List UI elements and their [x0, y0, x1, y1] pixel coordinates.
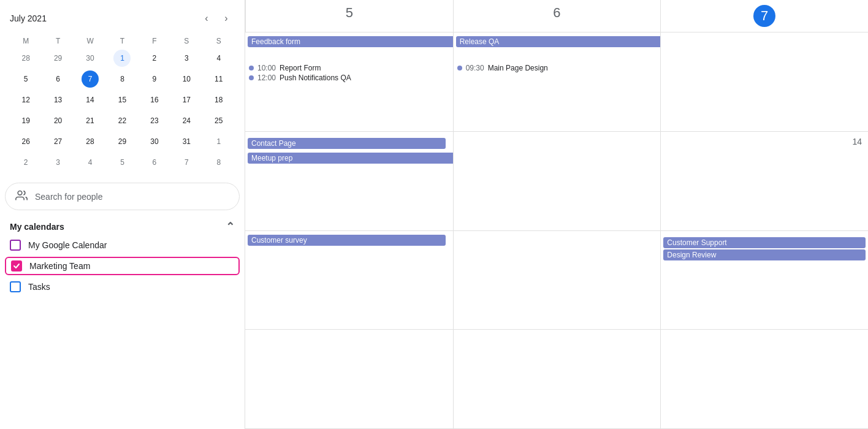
day-cell-14: 14: [660, 132, 868, 230]
mini-cal-day-22[interactable]: 22: [113, 112, 131, 129]
day-cell-12: Contact Page Meetup prep: [245, 132, 453, 230]
event-report-form[interactable]: 10:00 Report Form: [248, 63, 451, 73]
event-time-1: 10:00: [257, 64, 276, 72]
day-cell-28: [660, 330, 868, 428]
calendar-name-tasks: Tasks: [28, 282, 50, 292]
mini-cal-grid: M T W T F S S 28293012345678910111213141…: [10, 34, 235, 173]
mini-cal-day-4[interactable]: 4: [210, 50, 227, 67]
event-meetup-prep[interactable]: Meetup prep: [248, 153, 453, 164]
mini-cal-day-3[interactable]: 3: [50, 154, 67, 171]
day-cell-5-row1: Feedback form 10:00 Report Form 12:00 Pu…: [245, 32, 453, 131]
mini-cal-day-7[interactable]: 7: [82, 70, 99, 88]
mini-cal-day-30[interactable]: 30: [146, 133, 163, 150]
mini-cal-day-3[interactable]: 3: [178, 50, 195, 67]
mini-calendar: July 2021 ‹ › M T W T F S S 282930123456…: [5, 10, 240, 173]
calendar-item-tasks[interactable]: Tasks: [5, 278, 240, 296]
mini-cal-day-20[interactable]: 20: [50, 112, 67, 129]
day-cell-20: [453, 231, 661, 330]
calendar-item-marketing[interactable]: Marketing Team: [5, 257, 240, 275]
section-title: My calendars ⌃: [5, 220, 240, 233]
event-release-qa[interactable]: Release QA: [456, 36, 661, 47]
sidebar: July 2021 ‹ › M T W T F S S 282930123456…: [0, 0, 245, 429]
mini-cal-day-2[interactable]: 2: [17, 154, 34, 171]
mini-cal-day-14[interactable]: 14: [82, 91, 99, 108]
mini-cal-day-11[interactable]: 11: [210, 70, 227, 88]
event-dot-icon2: [249, 75, 254, 80]
event-customer-survey[interactable]: Customer survey: [248, 235, 446, 246]
mini-cal-day-1[interactable]: 1: [113, 50, 131, 67]
mini-cal-day-29[interactable]: 29: [113, 133, 131, 150]
calendar-body: Feedback form 10:00 Report Form 12:00 Pu…: [245, 32, 868, 429]
next-month-button[interactable]: ›: [218, 10, 235, 27]
mini-cal-day-6[interactable]: 6: [50, 70, 67, 88]
mini-cal-day-5[interactable]: 5: [113, 154, 131, 171]
mini-cal-day-2[interactable]: 2: [146, 50, 163, 67]
day-header-f: F: [139, 34, 170, 48]
day-header-w: W: [74, 34, 106, 48]
event-time-2: 12:00: [257, 74, 276, 82]
event-contact-page[interactable]: Contact Page: [248, 138, 446, 149]
event-dot-icon3: [457, 66, 462, 70]
mini-cal-day-18[interactable]: 18: [210, 91, 227, 108]
day-header-m: M: [10, 34, 42, 48]
mini-cal-day-15[interactable]: 15: [113, 91, 131, 108]
mini-cal-day-7[interactable]: 7: [178, 154, 195, 171]
event-name-main-page: Main Page Design: [488, 64, 548, 72]
week-row-3: Customer survey Customer Support Design …: [245, 231, 868, 330]
mini-cal-day-27[interactable]: 27: [50, 133, 67, 150]
day-cell-21: Customer Support Design Review: [660, 231, 868, 330]
svg-point-0: [18, 191, 22, 196]
mini-cal-day-21[interactable]: 21: [82, 112, 99, 129]
mini-cal-day-8[interactable]: 8: [113, 70, 131, 88]
header-day-6: 6: [453, 0, 661, 32]
day-cell-19: Customer survey: [245, 231, 453, 330]
calendar-checkbox-marketing[interactable]: [11, 260, 22, 271]
event-main-page[interactable]: 09:30 Main Page Design: [456, 63, 658, 73]
event-dot-icon: [249, 66, 254, 70]
mini-cal-day-29[interactable]: 29: [50, 50, 67, 67]
mini-cal-day-9[interactable]: 9: [146, 70, 163, 88]
event-push-notif[interactable]: 12:00 Push Notifications QA: [248, 73, 451, 83]
mini-cal-day-31[interactable]: 31: [178, 133, 195, 150]
event-name-push: Push Notifications QA: [280, 74, 351, 82]
mini-cal-day-25[interactable]: 25: [210, 112, 227, 129]
mini-cal-day-26[interactable]: 26: [17, 133, 34, 150]
day-header-t2: T: [106, 34, 138, 48]
mini-cal-day-30[interactable]: 30: [82, 50, 99, 67]
calendar-checkbox-tasks[interactable]: [10, 281, 21, 292]
main-calendar: 5 6 7 Feedback form 10:00 Report Form: [245, 0, 868, 429]
event-customer-support[interactable]: Customer Support: [663, 237, 866, 248]
mini-cal-day-4[interactable]: 4: [82, 154, 99, 171]
mini-cal-day-8[interactable]: 8: [210, 154, 227, 171]
mini-cal-day-1[interactable]: 1: [210, 133, 227, 150]
mini-cal-day-19[interactable]: 19: [17, 112, 34, 129]
prev-month-button[interactable]: ‹: [198, 10, 215, 27]
day-cell-6-row1: Release QA 09:30 Main Page Design: [453, 32, 661, 131]
calendar-name-google: My Google Calendar: [28, 240, 107, 250]
event-design-review[interactable]: Design Review: [663, 249, 866, 260]
week-row-4: [245, 330, 868, 429]
mini-cal-day-17[interactable]: 17: [178, 91, 195, 108]
search-people-button[interactable]: Search for people: [5, 183, 240, 210]
mini-cal-day-24[interactable]: 24: [178, 112, 195, 129]
calendar-checkbox-google[interactable]: [10, 240, 21, 251]
day-header-s2: S: [203, 34, 235, 48]
event-feedback-form[interactable]: Feedback form: [248, 36, 453, 47]
mini-cal-day-12[interactable]: 12: [17, 91, 34, 108]
mini-cal-day-28[interactable]: 28: [17, 50, 34, 67]
mini-cal-day-6[interactable]: 6: [146, 154, 163, 171]
my-calendars-section: My calendars ⌃ My Google Calendar Market…: [5, 220, 240, 298]
mini-cal-day-10[interactable]: 10: [178, 70, 195, 88]
header-day-5: 5: [245, 0, 453, 32]
calendar-item-google[interactable]: My Google Calendar: [5, 236, 240, 254]
week-row-1: Feedback form 10:00 Report Form 12:00 Pu…: [245, 32, 868, 132]
day-cell-26: [245, 330, 453, 428]
mini-cal-day-28[interactable]: 28: [82, 133, 99, 150]
collapse-icon[interactable]: ⌃: [226, 220, 235, 233]
event-name-report: Report Form: [280, 64, 321, 72]
mini-cal-title: July 2021: [10, 13, 47, 23]
mini-cal-day-23[interactable]: 23: [146, 112, 163, 129]
mini-cal-day-13[interactable]: 13: [50, 91, 67, 108]
mini-cal-day-5[interactable]: 5: [17, 70, 34, 88]
mini-cal-day-16[interactable]: 16: [146, 91, 163, 108]
